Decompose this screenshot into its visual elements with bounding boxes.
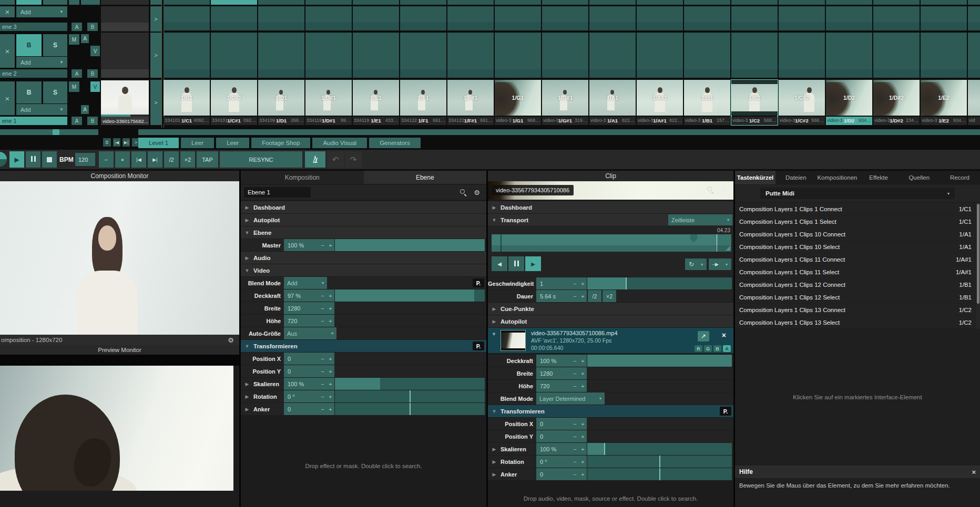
- empty-clip-cell[interactable]: [731, 33, 778, 78]
- skalieren-slider[interactable]: [335, 378, 485, 390]
- param-animation-button[interactable]: P.: [720, 407, 731, 416]
- deck-tab-footage-shop[interactable]: Footage Shop: [251, 138, 310, 148]
- empty-clip-cell[interactable]: [968, 33, 980, 78]
- clip-loop-mode-dropdown[interactable]: ↻▾: [685, 258, 707, 270]
- layer4-solo-button[interactable]: [43, 0, 67, 5]
- clip-cell-1-b1[interactable]: 1/B1video-31/B1157…: [684, 80, 730, 125]
- empty-clip-cell[interactable]: [731, 6, 778, 30]
- tab-effekte[interactable]: Effekte: [858, 171, 899, 184]
- param-position-y[interactable]: Position Y0−+: [488, 430, 733, 442]
- shortcut-row[interactable]: Composition Layers 1 Clips 10 Connect1/A…: [735, 228, 980, 240]
- dauer-halve-button[interactable]: /2: [588, 290, 601, 302]
- bpm-decrease-button[interactable]: −: [99, 151, 114, 168]
- increment-icon[interactable]: +: [579, 471, 587, 478]
- layer4-av-toggle[interactable]: [81, 0, 100, 5]
- empty-clip-cell[interactable]: [968, 6, 980, 30]
- tab-tastenk-rzel[interactable]: Tastenkürzel: [735, 171, 775, 184]
- layer2-audio-toggle[interactable]: A: [81, 34, 89, 43]
- clip-cell-1-c-2[interactable]: 1/C#2video-31/C#2568…: [779, 80, 825, 125]
- clip-cell[interactable]: vid: [968, 80, 980, 125]
- deckkraft-slider[interactable]: [587, 355, 732, 367]
- clip-cell-sliver[interactable]: [211, 0, 257, 5]
- clip-cell-1-g1[interactable]: 1/G1video-31/G1968…: [495, 80, 541, 125]
- increment-icon[interactable]: +: [326, 381, 334, 387]
- param-position-x[interactable]: Position X0−+: [241, 353, 486, 365]
- param-master[interactable]: Master100 %−+: [241, 239, 486, 251]
- breite-value[interactable]: 1280−+: [284, 302, 334, 314]
- empty-clip-cell[interactable]: [353, 33, 399, 78]
- layer2-name-label[interactable]: ene 2: [0, 69, 67, 78]
- section-ebene[interactable]: ▼Ebene: [241, 226, 486, 239]
- clip-cell-sliver[interactable]: [353, 0, 399, 5]
- skalieren-value[interactable]: 100 %−+: [536, 443, 587, 455]
- tap-tempo-button[interactable]: TAP: [197, 151, 218, 168]
- increment-icon[interactable]: +: [579, 459, 587, 465]
- channel-r-toggle[interactable]: R: [695, 345, 702, 352]
- increment-icon[interactable]: +: [579, 358, 587, 364]
- decrement-icon[interactable]: −: [571, 471, 579, 478]
- layer2-clear-button[interactable]: ×: [0, 34, 15, 68]
- clip-cell-1-f1[interactable]: 1/F13341221/F1691…: [400, 80, 446, 125]
- clip-cell-1-d-1[interactable]: 1/D#13341191/D#199…: [305, 80, 352, 125]
- clip-cell-sliver[interactable]: [447, 0, 494, 5]
- param-blend-mode[interactable]: Blend ModeLayer Determined▾: [488, 392, 733, 405]
- composition-pie-icon[interactable]: [0, 152, 7, 167]
- redo-button[interactable]: ↷: [345, 151, 362, 168]
- empty-clip-cell[interactable]: [637, 6, 683, 30]
- deck-tab-leer[interactable]: Leer: [216, 138, 249, 148]
- param-deckkraft[interactable]: Deckkraft97 %−+: [241, 289, 486, 302]
- layer2-master-toggle[interactable]: M: [69, 34, 79, 45]
- param-skalieren[interactable]: ▶Skalieren100 %−+: [488, 443, 733, 455]
- clip-cell-1-e1[interactable]: 1/E13341191/E1433…: [353, 80, 399, 125]
- empty-clip-cell[interactable]: [258, 33, 304, 78]
- clip-cell-sliver[interactable]: [164, 0, 210, 5]
- clip-cell-sliver[interactable]: [968, 0, 980, 5]
- increment-icon[interactable]: +: [579, 383, 587, 389]
- monitor-settings-gear-icon[interactable]: ⚙: [228, 337, 234, 344]
- empty-clip-cell[interactable]: [305, 6, 352, 30]
- layer1-solo-button[interactable]: S: [43, 81, 67, 104]
- decrement-icon[interactable]: −: [571, 421, 579, 427]
- dauer-double-button[interactable]: ×2: [603, 290, 616, 302]
- clip-cell-1-c2[interactable]: 1/C2video-31/C2568…: [731, 80, 778, 125]
- empty-clip-cell[interactable]: [921, 33, 967, 78]
- section-audio[interactable]: ▶Audio: [241, 252, 486, 264]
- clip-cell-1-a-1[interactable]: 1/A#1video-31/A#1822…: [637, 80, 683, 125]
- layer-transition-slider[interactable]: [0, 129, 98, 135]
- empty-clip-cell[interactable]: [826, 33, 872, 78]
- section-transformieren[interactable]: ▼TransformierenP.: [241, 340, 486, 352]
- layer3-name-label[interactable]: ene 3: [0, 23, 67, 31]
- shortcut-row[interactable]: Composition Layers 1 Clips 12 Connect1/B…: [735, 278, 980, 291]
- shortcut-row[interactable]: Composition Layers 1 Clips 11 Select1/A#…: [735, 266, 980, 278]
- clip-play-backwards-button[interactable]: ◀: [492, 256, 507, 271]
- param-position-x[interactable]: Position X0−+: [488, 418, 733, 430]
- expand-icon[interactable]: ↗: [698, 331, 709, 342]
- rotation-value[interactable]: 0 °−+: [536, 456, 587, 468]
- decrement-icon[interactable]: −: [319, 394, 326, 400]
- shortcut-row[interactable]: Composition Layers 1 Clips 1 Connect1/C1: [735, 203, 980, 215]
- empty-clip-cell[interactable]: [164, 6, 210, 30]
- param-blend-mode[interactable]: Blend ModeAdd▾P.: [241, 277, 486, 289]
- param-position-y[interactable]: Position Y0−+: [241, 365, 486, 377]
- bpm-value[interactable]: 120: [75, 153, 95, 166]
- param-breite[interactable]: Breite1280−+: [488, 367, 733, 379]
- rotation-value[interactable]: 0 °−+: [284, 390, 334, 402]
- decrement-icon[interactable]: −: [319, 242, 326, 249]
- param-animation-button[interactable]: P.: [473, 342, 484, 350]
- layer3-clear-button[interactable]: ×: [0, 6, 15, 17]
- layer2-blend-dropdown[interactable]: Add▼: [16, 57, 67, 68]
- decrement-icon[interactable]: −: [319, 305, 326, 312]
- layer1-name-label[interactable]: ene 1: [0, 117, 67, 125]
- increment-icon[interactable]: +: [326, 356, 334, 362]
- layer1-crossfade-b-button[interactable]: B: [87, 117, 98, 125]
- clip-cell-1-e2[interactable]: 1/E2video-31/E2934…: [921, 80, 967, 125]
- search-icon[interactable]: [460, 189, 466, 195]
- shortcut-row[interactable]: Composition Layers 1 Clips 12 Select1/B1: [735, 291, 980, 303]
- decrement-icon[interactable]: −: [319, 293, 326, 299]
- clip-timeline[interactable]: [492, 234, 731, 252]
- h-he-value[interactable]: 720−+: [284, 315, 334, 327]
- clip-cell-sliver[interactable]: [731, 0, 778, 5]
- clip-cell-sliver[interactable]: [305, 0, 352, 5]
- decrement-icon[interactable]: −: [571, 293, 579, 299]
- composition-pause-button[interactable]: [26, 151, 40, 168]
